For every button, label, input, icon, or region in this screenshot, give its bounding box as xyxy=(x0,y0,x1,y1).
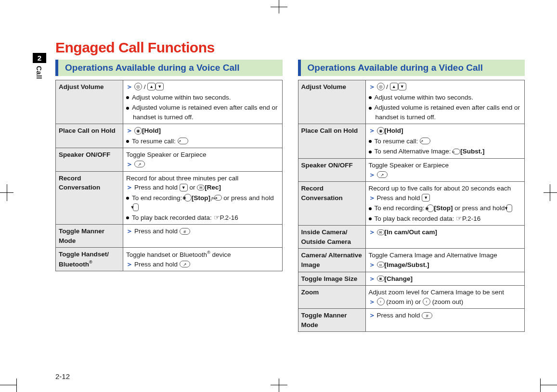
video-call-column: Operations Available during a Video Call… xyxy=(298,58,525,332)
feature-name: Speaker ON/OFF xyxy=(298,158,365,181)
right-key-icon: › xyxy=(377,298,385,305)
chapter-tab: 2 Call xyxy=(33,53,46,82)
volume-down-icon: ▼ xyxy=(506,204,512,212)
table-row: Place Call on Hold ＞◉[Hold] To resume ca… xyxy=(56,124,283,148)
feature-name: Inside Camera/ Outside Camera xyxy=(298,226,365,249)
feature-desc: ＞◙[Change] xyxy=(365,272,525,286)
table-row: Camera/ Alternative Image Toggle Camera … xyxy=(298,249,525,272)
feature-desc: ＞Press and hold # xyxy=(123,225,283,248)
page-ref-icon: ☞ xyxy=(456,215,462,222)
left-key-icon: ‹ xyxy=(423,298,430,305)
table-row: Toggle Manner Mode ＞Press and hold # xyxy=(298,309,525,332)
video-call-table: Adjust Volume ＞◎ / ▲▼ Adjust volume with… xyxy=(298,80,525,332)
center-key-icon: ◉ xyxy=(184,194,192,202)
feature-name: Adjust Volume xyxy=(298,80,365,124)
feature-name: Record Conversation xyxy=(56,171,123,225)
feature-name: Adjust Volume xyxy=(56,80,123,124)
feature-desc: ＞◎ / ▲▼ Adjust volume within two seconds… xyxy=(123,80,283,124)
crop-mark xyxy=(7,184,7,201)
crop-mark xyxy=(540,385,557,385)
voice-call-table: Adjust Volume ＞◎ / ▲▼ Adjust volume with… xyxy=(55,80,283,271)
volume-down-icon: ▼ xyxy=(133,203,139,211)
feature-desc: ＞✉[In cam/Out cam] xyxy=(365,226,525,249)
feature-name: Toggle Manner Mode xyxy=(298,309,365,332)
volume-up-icon: ▲ xyxy=(147,83,155,90)
table-row: Place Call on Hold ＞◉[Hold] To resume ca… xyxy=(298,124,525,159)
tv-key-icon: ⧈ xyxy=(377,262,385,267)
crop-mark xyxy=(544,192,557,193)
table-row: Record Conversation Record up to five ca… xyxy=(298,182,525,226)
mail-key-icon: ✉ xyxy=(377,229,385,235)
table-row: Adjust Volume ＞◎ / ▲▼ Adjust volume with… xyxy=(56,80,283,124)
volume-down-icon: ▼ xyxy=(398,83,406,90)
page-number: 2-12 xyxy=(55,372,70,380)
crop-mark xyxy=(540,379,541,392)
volume-up-icon: ▲ xyxy=(390,83,398,90)
table-row: Adjust Volume ＞◎ / ▲▼ Adjust volume with… xyxy=(298,80,525,124)
tv-key-icon: ⧈ xyxy=(453,149,460,154)
feature-desc: ＞Press and hold # xyxy=(365,309,525,332)
call-key-icon: ↗ xyxy=(134,161,145,167)
crop-mark xyxy=(16,379,17,392)
feature-name: Toggle Manner Mode xyxy=(56,225,123,248)
feature-name: Toggle Image Size xyxy=(298,272,365,286)
table-row: Inside Camera/ Outside Camera ＞✉[In cam/… xyxy=(298,226,525,249)
table-row: Toggle Image Size ＞◙[Change] xyxy=(298,272,525,286)
center-key-icon: ◉ xyxy=(134,127,142,135)
call-key-icon: ↗ xyxy=(180,261,190,267)
call-key-icon: ↗ xyxy=(377,171,388,178)
feature-desc: Toggle Speaker or Earpiece ＞↗ xyxy=(123,148,283,171)
table-row: Toggle Manner Mode ＞Press and hold # xyxy=(56,225,283,248)
feature-name: Speaker ON/OFF xyxy=(56,148,123,171)
camera-key-icon: ◙ xyxy=(377,276,385,281)
crop-mark xyxy=(550,184,550,201)
table-row: Record Conversation Record for about thr… xyxy=(56,171,283,225)
section-heading-video: Operations Available during a Video Call xyxy=(298,60,525,76)
feature-desc: ＞◎ / ▲▼ Adjust volume within two seconds… xyxy=(365,80,525,124)
multiselector-icon: ◎ xyxy=(377,83,385,90)
section-heading-voice: Operations Available during a Voice Call xyxy=(55,60,283,76)
feature-name: Place Call on Hold xyxy=(56,124,123,148)
call-key-icon: ↗ xyxy=(420,138,430,144)
feature-desc: ＞◉[Hold] To resume call: ↗ To send Alter… xyxy=(365,124,525,159)
chapter-number: 2 xyxy=(33,53,46,63)
center-key-icon: ◉ xyxy=(427,204,434,212)
page-body: Engaged Call Functions Operations Availa… xyxy=(55,39,525,332)
mail-key-icon: ✉ xyxy=(197,185,205,190)
table-row: Speaker ON/OFF Toggle Speaker or Earpiec… xyxy=(56,148,283,171)
feature-name: Record Conversation xyxy=(298,182,365,226)
feature-name: Camera/ Alternative Image xyxy=(298,249,365,272)
page-title: Engaged Call Functions xyxy=(55,39,525,56)
feature-desc: ＞◉[Hold] To resume call: ↗ xyxy=(123,124,283,148)
chapter-label: Call xyxy=(33,63,45,82)
feature-desc: Adjust zoom level for Camera Image to be… xyxy=(365,286,525,309)
voice-call-column: Operations Available during a Voice Call… xyxy=(55,58,283,332)
multiselector-icon: ◎ xyxy=(134,83,142,90)
crop-mark xyxy=(0,385,17,385)
crop-mark xyxy=(279,0,279,13)
table-row: Toggle Handset/ Bluetooth® Toggle handse… xyxy=(56,248,283,271)
feature-desc: Record for about three minutes per call … xyxy=(123,171,283,225)
hash-key-icon: # xyxy=(422,312,432,319)
call-key-icon: ↗ xyxy=(178,138,188,144)
feature-name: Zoom xyxy=(298,286,365,309)
volume-down-icon: ▼ xyxy=(155,83,164,90)
clear-key-icon: ᴄʟʀ xyxy=(214,195,222,201)
feature-name: Place Call on Hold xyxy=(298,124,365,159)
center-key-icon: ◉ xyxy=(377,127,385,135)
feature-desc: Record up to five calls for about 20 sec… xyxy=(365,182,525,226)
table-row: Zoom Adjust zoom level for Camera Image … xyxy=(298,286,525,309)
feature-name: Toggle Handset/ Bluetooth® xyxy=(56,248,123,271)
page-ref-icon: ☞ xyxy=(214,214,220,221)
table-row: Speaker ON/OFF Toggle Speaker or Earpiec… xyxy=(298,158,525,181)
feature-desc: Toggle handset or Bluetooth® device ＞Pre… xyxy=(123,248,283,271)
feature-desc: Toggle Camera Image and Alternative Imag… xyxy=(365,249,525,272)
hash-key-icon: # xyxy=(180,228,190,235)
crop-mark xyxy=(279,379,279,392)
feature-desc: Toggle Speaker or Earpiece ＞↗ xyxy=(365,158,525,181)
volume-down-icon: ▼ xyxy=(180,184,188,191)
volume-down-icon: ▼ xyxy=(422,194,430,202)
